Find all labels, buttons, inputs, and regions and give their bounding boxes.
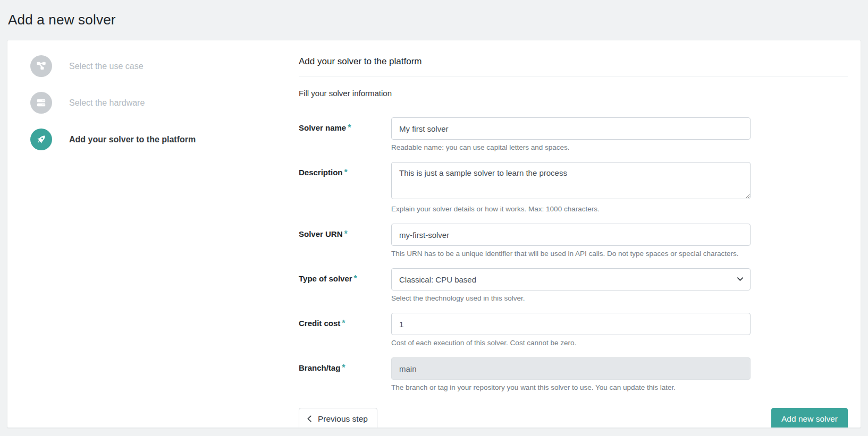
solver-name-help: Readable name: you can use capital lette… bbox=[391, 143, 751, 151]
credit-cost-label: Credit cost bbox=[299, 319, 340, 328]
solver-form: Solver name* Readable name: you can use … bbox=[299, 117, 848, 428]
credit-cost-input[interactable] bbox=[391, 313, 751, 335]
main-heading: Add your solver to the platform bbox=[299, 53, 848, 67]
form-row-solver-urn: Solver URN* This URN has to be a unique … bbox=[299, 224, 848, 258]
main-content: Add your solver to the platform Fill you… bbox=[299, 53, 848, 415]
form-row-credit-cost: Credit cost* Cost of each execution of t… bbox=[299, 313, 848, 347]
solver-type-help: Select the thechnology used in this solv… bbox=[391, 294, 751, 302]
add-new-solver-label: Add new solver bbox=[781, 414, 838, 424]
branch-tag-input bbox=[391, 357, 751, 380]
required-asterisk: * bbox=[342, 319, 345, 328]
solver-name-label: Solver name bbox=[299, 123, 346, 132]
step-add-solver[interactable]: Add your solver to the platform bbox=[30, 129, 299, 150]
step-select-use-case[interactable]: Select the use case bbox=[30, 55, 299, 77]
step-label: Select the use case bbox=[69, 62, 144, 71]
wizard-steps: Select the use case Select the hardware bbox=[20, 53, 299, 415]
divider bbox=[299, 76, 848, 76]
previous-step-button[interactable]: Previous step bbox=[299, 408, 377, 428]
description-textarea[interactable]: This is just a sample solver to learn th… bbox=[391, 162, 751, 199]
chevron-left-icon bbox=[306, 415, 313, 422]
branch-tag-label: Branch/tag bbox=[299, 363, 340, 372]
required-asterisk: * bbox=[342, 363, 345, 372]
solver-urn-label: Solver URN bbox=[299, 229, 343, 238]
step-select-hardware[interactable]: Select the hardware bbox=[30, 92, 299, 114]
step-label: Add your solver to the platform bbox=[69, 135, 196, 144]
required-asterisk: * bbox=[348, 123, 351, 132]
wizard-card: Select the use case Select the hardware bbox=[7, 40, 861, 428]
previous-step-label: Previous step bbox=[318, 414, 368, 424]
step-label: Select the hardware bbox=[69, 98, 145, 108]
required-asterisk: * bbox=[344, 168, 348, 177]
solver-urn-help: This URN has to be a unique identifier t… bbox=[391, 250, 751, 258]
credit-cost-help: Cost of each execution of this solver. C… bbox=[391, 339, 751, 347]
solver-type-label: Type of solver bbox=[299, 274, 352, 283]
required-asterisk: * bbox=[344, 229, 348, 238]
page-header: Add a new solver bbox=[0, 0, 868, 40]
description-label: Description bbox=[299, 168, 343, 177]
form-row-solver-type: Type of solver* Classical: CPU based Sel… bbox=[299, 268, 848, 302]
form-row-solver-name: Solver name* Readable name: you can use … bbox=[299, 117, 848, 151]
add-new-solver-button[interactable]: Add new solver bbox=[771, 408, 848, 428]
network-icon bbox=[30, 55, 52, 77]
server-icon bbox=[30, 92, 52, 114]
required-asterisk: * bbox=[354, 274, 357, 283]
solver-name-input[interactable] bbox=[391, 117, 751, 140]
description-help: Explain your solver details or how it wo… bbox=[391, 205, 751, 213]
form-subheading: Fill your solver information bbox=[299, 89, 848, 98]
solver-type-select[interactable]: Classical: CPU based bbox=[391, 268, 751, 290]
solver-urn-input[interactable] bbox=[391, 224, 751, 246]
page-title: Add a new solver bbox=[8, 12, 116, 28]
form-row-branch-tag: Branch/tag* The branch or tag in your re… bbox=[299, 357, 848, 391]
form-row-description: Description* This is just a sample solve… bbox=[299, 162, 848, 213]
rocket-icon bbox=[30, 129, 52, 150]
branch-tag-help: The branch or tag in your repository you… bbox=[391, 383, 751, 391]
form-buttons: Previous step Add new solver bbox=[299, 408, 848, 428]
